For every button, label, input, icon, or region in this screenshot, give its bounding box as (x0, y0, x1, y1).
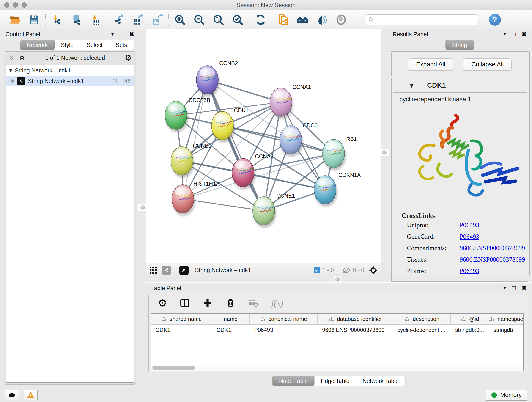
function-builder-icon[interactable]: f(x) (271, 298, 283, 308)
table-panel-menu-icon[interactable]: ▾ (503, 285, 506, 291)
expand-all-button[interactable]: Expand All (408, 58, 453, 70)
expand-all-icon[interactable] (19, 54, 25, 61)
zoom-fit-icon[interactable] (212, 13, 225, 26)
table-panel-float-icon[interactable]: □ (512, 285, 515, 292)
tab-edge-table[interactable]: Edge Table (315, 376, 356, 386)
table-options-gear-icon[interactable]: ⚙ (158, 298, 167, 308)
results-panel-menu-icon[interactable]: ▾ (503, 31, 506, 37)
graph-node-RB1[interactable]: RB1 (323, 136, 357, 171)
refresh-layout-icon[interactable] (254, 13, 267, 26)
tab-node-table[interactable]: Node Table (272, 376, 315, 386)
navigator-crosshair-icon[interactable] (368, 265, 378, 275)
hidden-eye-icon[interactable] (342, 267, 351, 274)
table-cell[interactable]: cyclin-dependent ... (393, 325, 451, 335)
memory-button[interactable]: Memory (486, 390, 527, 401)
close-window-button[interactable] (4, 2, 9, 7)
graph-edge-CDK1-RB1[interactable] (222, 126, 334, 153)
column-header-shared-name[interactable]: shared name (151, 314, 212, 324)
graph-node-CCNB2[interactable]: CCNB2 (196, 60, 238, 97)
add-column-icon[interactable] (203, 298, 213, 308)
birds-eye-view-icon[interactable] (179, 266, 189, 275)
column-header--id[interactable]: @id (451, 314, 489, 324)
tab-select[interactable]: Select (80, 40, 109, 50)
import-network-file-icon[interactable] (51, 13, 63, 26)
table-cell[interactable]: CDK1 (212, 325, 249, 335)
table-cell[interactable]: stringdb:9... (451, 325, 489, 335)
left-splitter-handle[interactable] (138, 204, 147, 211)
crosslink-link[interactable]: P06493 (460, 221, 479, 229)
export-table-icon[interactable] (132, 13, 144, 26)
graph-node-CCNB1[interactable]: CCNB1 (171, 143, 211, 178)
grid-view-icon[interactable] (149, 266, 158, 274)
crosslink-link[interactable]: 9606.ENSP00000378699 (460, 244, 525, 252)
table-cell[interactable]: P06493 (249, 325, 317, 335)
tab-style[interactable]: Style (55, 40, 80, 50)
show-columns-icon[interactable] (180, 298, 190, 308)
search-input[interactable] (376, 17, 475, 23)
string-eye-icon[interactable] (335, 13, 347, 26)
network-options-gear-icon[interactable]: ⚙ (125, 54, 132, 62)
delete-table-icon[interactable] (248, 298, 259, 308)
help-icon[interactable]: ? (489, 14, 501, 26)
tab-network-table[interactable]: Network Table (356, 376, 405, 386)
collapse-all-icon[interactable] (8, 54, 15, 61)
string-view-icon[interactable] (162, 266, 171, 275)
table-cell[interactable]: stringdb (489, 325, 524, 335)
column-header-canonical-name[interactable]: canonical name (249, 314, 317, 324)
results-panel-float-icon[interactable]: □ (512, 31, 515, 38)
scrollbar-thumb[interactable] (152, 366, 195, 370)
column-header-database-identifier[interactable]: database identifier (317, 314, 393, 324)
left-splitter[interactable] (140, 29, 146, 388)
network-row[interactable]: String Network – cdk1 11 48 (6, 76, 134, 86)
graph-node-CCNA1[interactable]: CCNA1 (270, 84, 311, 119)
zoom-window-button[interactable] (22, 2, 27, 7)
table-cell[interactable]: 9606.ENSP00000378699 (317, 325, 393, 335)
tab-sets[interactable]: Sets (109, 40, 134, 50)
table-cell[interactable]: CDK1 (151, 325, 212, 335)
minimize-window-button[interactable] (13, 2, 18, 7)
graph-node-CDC6[interactable]: CDC6 (280, 122, 317, 157)
string-glasses-icon[interactable] (316, 13, 328, 26)
collection-expand-icon[interactable]: ▾ (9, 67, 12, 74)
save-session-icon[interactable] (28, 13, 40, 26)
table-horizontal-scrollbar[interactable] (151, 365, 523, 370)
string-houses-icon[interactable] (297, 13, 309, 26)
column-header-namespace[interactable]: namespace (489, 314, 524, 324)
warnings-button[interactable] (24, 390, 38, 400)
column-header-name[interactable]: name (212, 314, 249, 324)
import-table-icon[interactable] (89, 13, 102, 26)
open-file-icon[interactable] (9, 13, 21, 26)
string-document-icon[interactable] (277, 13, 290, 26)
tab-string-results[interactable]: String (445, 40, 474, 50)
graph-edge-CCNB2-CCNE1[interactable] (207, 80, 264, 211)
collapse-all-button[interactable]: Collapse All (463, 58, 512, 70)
graph-node-HIST1H1A[interactable]: HIST1H1A (172, 181, 220, 216)
graph-node-CDKN1A[interactable]: CDKN1A (314, 172, 361, 207)
crosslink-link[interactable]: P06493 (460, 267, 479, 274)
right-splitter[interactable] (381, 29, 387, 277)
control-panel-float-icon[interactable]: □ (120, 31, 123, 38)
control-panel-close-icon[interactable]: ✖ (129, 31, 134, 38)
crosslink-link[interactable]: P06493 (460, 233, 479, 240)
zoom-selected-icon[interactable] (231, 13, 244, 26)
network-collection-row[interactable]: ▾ String Network – cdk1 1 (6, 65, 134, 76)
delete-column-icon[interactable] (225, 298, 235, 308)
gene-collapse-icon[interactable]: ▾ (410, 81, 413, 89)
graph-node-CCNE1[interactable]: CCNE1 (253, 192, 295, 228)
horizontal-splitter[interactable] (146, 277, 532, 282)
results-panel-close-icon[interactable]: ✖ (521, 31, 526, 38)
horizontal-splitter-handle[interactable] (334, 275, 341, 283)
network-canvas[interactable]: CCNB2CCNA1CDC25BCDK1CDC6RB1CCNB1CCNA2HIS… (146, 29, 381, 263)
export-network-icon[interactable] (112, 13, 125, 26)
zoom-in-icon[interactable] (174, 13, 186, 26)
table-row[interactable]: CDK1CDK1P064939606.ENSP00000378699cyclin… (151, 325, 523, 335)
control-panel-menu-icon[interactable]: ▾ (111, 31, 114, 37)
table-panel-close-icon[interactable]: ✖ (521, 285, 526, 292)
selected-checkbox-icon[interactable] (314, 267, 320, 274)
export-image-icon[interactable] (151, 13, 163, 26)
zoom-out-icon[interactable] (193, 13, 205, 26)
import-network-database-icon[interactable] (70, 13, 82, 26)
column-header-description[interactable]: description (393, 314, 451, 324)
crosslink-link[interactable]: 9606.ENSP00000378699 (460, 256, 525, 263)
tab-network[interactable]: Network (20, 40, 55, 50)
